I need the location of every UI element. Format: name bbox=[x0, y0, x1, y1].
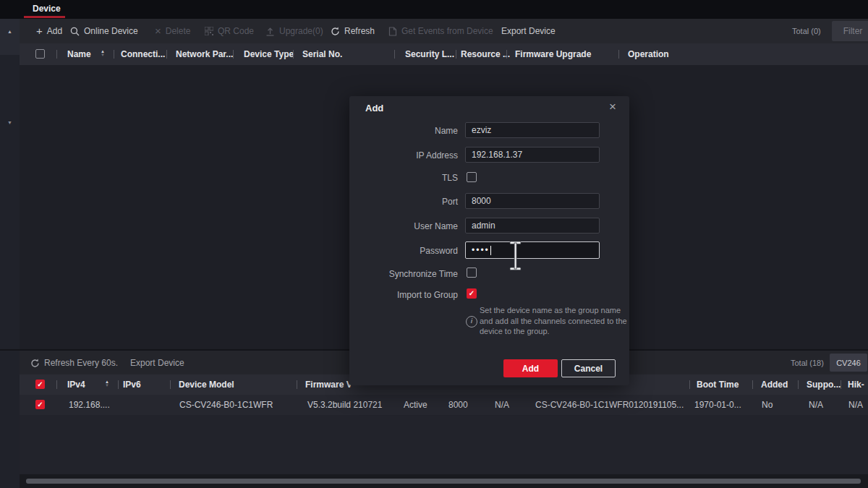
delete-x-icon: × bbox=[155, 26, 161, 36]
user-name-field[interactable] bbox=[465, 218, 600, 234]
sort-name-control[interactable]: ▲ ▼ bbox=[101, 50, 105, 57]
plus-icon: + bbox=[36, 26, 43, 36]
export-device-button[interactable]: Export Device bbox=[501, 19, 556, 43]
tab-active-underline bbox=[24, 16, 65, 18]
col-name: Name bbox=[67, 49, 91, 59]
online-export-device-button[interactable]: Export Device bbox=[130, 351, 184, 374]
device-table-header: Name ▲ ▼ Connecti... Network Par... Devi… bbox=[20, 43, 868, 65]
check-icon: ✓ bbox=[469, 289, 475, 297]
cell-port: 8000 bbox=[448, 400, 468, 410]
horizontal-scrollbar-thumb[interactable] bbox=[26, 479, 861, 484]
info-icon: i bbox=[466, 316, 477, 328]
cell-security-status: Active bbox=[404, 400, 427, 410]
col-network: Network Par... bbox=[176, 49, 233, 59]
tls-checkbox[interactable] bbox=[467, 172, 477, 182]
synchronize-time-checkbox[interactable] bbox=[467, 267, 477, 278]
dialog-add-button[interactable]: Add bbox=[503, 359, 558, 377]
upgrade-button[interactable]: Upgrade(0) bbox=[265, 19, 323, 43]
check-icon: ✓ bbox=[37, 401, 43, 408]
tls-label: TLS bbox=[349, 173, 458, 183]
password-dots: •••• bbox=[472, 245, 490, 255]
dialog-title: Add bbox=[365, 103, 383, 114]
sort-ipv4-control[interactable]: ▲ ▼ bbox=[105, 380, 109, 388]
col-connection: Connecti... bbox=[121, 49, 165, 59]
cell-added: No bbox=[762, 400, 773, 410]
add-device-dialog: Add × Name IP Address TLS Port User Name… bbox=[349, 96, 629, 385]
port-field[interactable] bbox=[465, 193, 600, 209]
expand-down-icon[interactable]: ▼ bbox=[0, 120, 20, 125]
get-events-button[interactable]: Get Events from Device bbox=[388, 19, 493, 43]
refresh-button[interactable]: Refresh bbox=[331, 19, 375, 43]
col-support: Suppo... bbox=[807, 380, 841, 390]
cell-na: N/A bbox=[495, 400, 509, 410]
online-device-row[interactable]: ✓ 192.168.... CS-CV246-B0-1C1WFR V5.3.2b… bbox=[20, 395, 868, 415]
import-to-group-checkbox[interactable]: ✓ bbox=[467, 288, 477, 299]
device-total-count: Total (0) bbox=[792, 19, 821, 43]
col-security: Security L... bbox=[405, 49, 454, 59]
synchronize-time-label: Synchronize Time bbox=[349, 269, 458, 279]
col-operation: Operation bbox=[628, 49, 669, 59]
col-added: Added bbox=[761, 380, 788, 390]
import-to-group-label: Import to Group bbox=[349, 290, 458, 300]
cell-firmware: V5.3.2build 210721 bbox=[307, 400, 382, 410]
text-caret bbox=[490, 246, 492, 255]
col-hik-connect: Hik- bbox=[848, 380, 864, 390]
refresh-icon bbox=[331, 27, 340, 36]
col-serial: Serial No. bbox=[302, 49, 342, 59]
dialog-cancel-button[interactable]: Cancel bbox=[561, 359, 616, 377]
sort-desc-icon: ▼ bbox=[101, 53, 105, 57]
document-icon bbox=[388, 27, 397, 36]
online-device-button[interactable]: Online Device bbox=[70, 19, 138, 43]
name-field[interactable] bbox=[465, 122, 600, 138]
user-name-label: User Name bbox=[349, 221, 458, 231]
online-select-all-checkbox[interactable]: ✓ bbox=[35, 380, 45, 389]
device-toolbar: + Add Online Device × Delete QR Code Upg… bbox=[20, 19, 868, 43]
ip-address-field[interactable] bbox=[465, 147, 600, 163]
row-checkbox[interactable]: ✓ bbox=[35, 400, 45, 409]
sidebar-tile bbox=[0, 19, 20, 55]
refresh-every-60s-button[interactable]: Refresh Every 60s. bbox=[30, 351, 118, 374]
cell-device-model: CS-CV246-B0-1C1WFR bbox=[179, 400, 273, 410]
online-total-count: Total (18) bbox=[791, 351, 824, 374]
filter-button[interactable]: Filter bbox=[832, 21, 868, 41]
device-model-filter-button[interactable]: CV246 bbox=[830, 354, 867, 372]
col-resource: Resource ... bbox=[461, 49, 510, 59]
add-device-button[interactable]: + Add bbox=[36, 19, 62, 43]
collapse-up-icon[interactable]: ▲ bbox=[0, 29, 20, 34]
check-icon: ✓ bbox=[37, 380, 43, 388]
refresh-icon bbox=[30, 359, 40, 368]
col-firmware-upgrade: Firmware Upgrade bbox=[515, 49, 591, 59]
cell-hik: N/A bbox=[848, 400, 863, 410]
name-label: Name bbox=[349, 126, 458, 136]
online-table-empty-area bbox=[20, 415, 868, 474]
password-label: Password bbox=[349, 246, 458, 256]
port-label: Port bbox=[349, 197, 458, 207]
group-info-text: Set the device name as the group name an… bbox=[480, 305, 633, 337]
close-icon[interactable]: × bbox=[605, 99, 621, 115]
delete-button[interactable]: × Delete bbox=[155, 19, 190, 43]
ip-address-label: IP Address bbox=[349, 150, 458, 160]
col-ipv4: IPv4 bbox=[67, 380, 85, 390]
col-device-type: Device Type bbox=[244, 49, 294, 59]
col-ipv6: IPv6 bbox=[123, 380, 141, 390]
left-sidebar: ▲ ▼ bbox=[0, 19, 20, 488]
cell-ipv4: 192.168.... bbox=[69, 400, 110, 410]
sort-desc-icon: ▼ bbox=[105, 384, 109, 388]
app-window: Device ▲ ▼ + Add Online Device × Delete … bbox=[0, 0, 868, 488]
select-all-checkbox[interactable] bbox=[35, 49, 45, 59]
qr-code-button[interactable]: QR Code bbox=[205, 19, 254, 43]
top-tab-bar: Device bbox=[0, 0, 868, 19]
upload-icon bbox=[265, 27, 275, 36]
password-field[interactable]: •••• bbox=[465, 241, 600, 259]
col-device-model: Device Model bbox=[179, 380, 234, 390]
search-icon bbox=[70, 27, 80, 36]
cell-support: N/A bbox=[809, 400, 823, 410]
col-firmware-version: Firmware V bbox=[305, 380, 352, 390]
col-boot-time: Boot Time bbox=[697, 380, 739, 390]
qr-code-icon bbox=[205, 27, 213, 35]
cell-boot-time: 1970-01-0... bbox=[694, 400, 741, 410]
tab-device[interactable]: Device bbox=[33, 4, 61, 14]
cell-serial: CS-CV246-B0-1C1WFR0120191105... bbox=[535, 400, 684, 410]
